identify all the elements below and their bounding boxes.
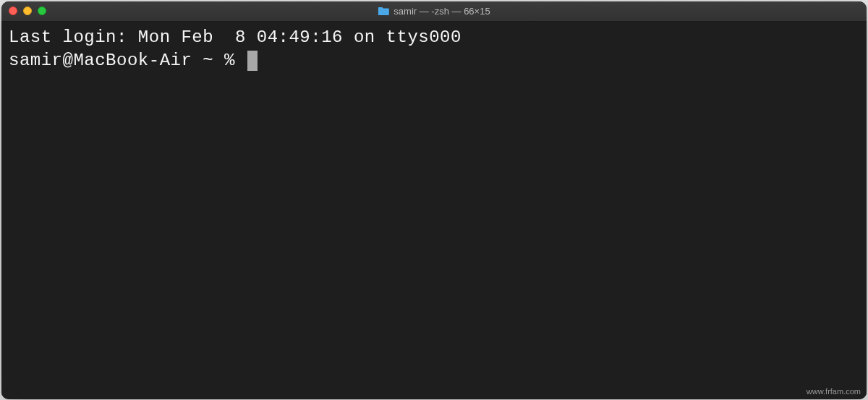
minimize-button[interactable] bbox=[23, 7, 32, 15]
last-login-line: Last login: Mon Feb 8 04:49:16 on ttys00… bbox=[9, 26, 859, 49]
terminal-window: samir — -zsh — 66×15 Last login: Mon Feb… bbox=[1, 1, 867, 399]
terminal-body[interactable]: Last login: Mon Feb 8 04:49:16 on ttys00… bbox=[1, 22, 867, 399]
close-button[interactable] bbox=[9, 7, 17, 15]
prompt-text: samir@MacBook-Air ~ % bbox=[9, 49, 246, 72]
folder-icon bbox=[378, 5, 389, 17]
title-bar-title: samir — -zsh — 66×15 bbox=[378, 5, 490, 17]
window-title-text: samir — -zsh — 66×15 bbox=[393, 6, 490, 17]
title-bar[interactable]: samir — -zsh — 66×15 bbox=[1, 1, 867, 22]
prompt-line: samir@MacBook-Air ~ % bbox=[9, 49, 859, 72]
watermark: www.frfam.com bbox=[807, 387, 861, 396]
maximize-button[interactable] bbox=[38, 7, 46, 15]
traffic-lights bbox=[9, 7, 46, 15]
cursor bbox=[247, 51, 258, 71]
